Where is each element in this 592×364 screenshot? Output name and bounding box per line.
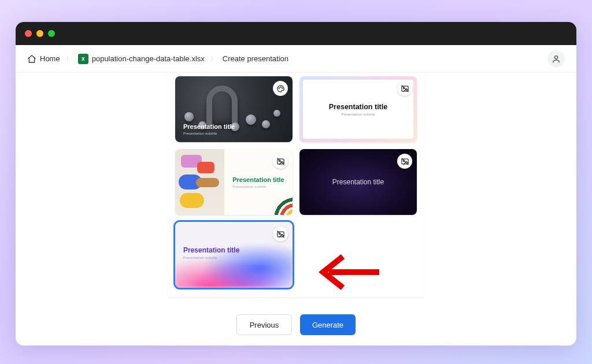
footer-actions: Previous Generate	[236, 314, 356, 335]
breadcrumb-current-label: Create presentation	[223, 54, 288, 63]
profile-button[interactable]	[547, 50, 565, 68]
no-image-icon	[397, 154, 412, 169]
previous-button-label: Previous	[250, 321, 279, 329]
window-zoom-dot[interactable]	[48, 30, 55, 37]
breadcrumb-bar: Home 〉 x population-change-data-table.xl…	[16, 45, 576, 73]
generate-button[interactable]: Generate	[300, 314, 356, 335]
palette-icon	[273, 81, 288, 96]
template-card-1[interactable]: Presentation title Presentation subtitle	[175, 76, 293, 142]
svg-point-2	[280, 87, 280, 87]
window-titlebar	[16, 22, 576, 45]
previous-button[interactable]: Previous	[236, 314, 292, 335]
home-icon	[27, 54, 36, 64]
template-subtitle: Presentation subtitle	[183, 256, 239, 259]
breadcrumb-file[interactable]: x population-change-data-table.xlsx	[78, 54, 205, 64]
chevron-right-icon: 〉	[66, 54, 72, 63]
template-title: Presentation title	[183, 246, 239, 254]
template-title: Presentation title	[332, 178, 384, 186]
chevron-right-icon: 〉	[210, 54, 217, 63]
excel-file-icon: x	[78, 54, 88, 64]
svg-point-3	[282, 87, 282, 88]
breadcrumb-home[interactable]: Home	[27, 54, 60, 64]
svg-point-0	[554, 55, 557, 58]
window-close-dot[interactable]	[25, 30, 32, 37]
template-subtitle: Presentation subtitle	[341, 113, 375, 116]
breadcrumb-current: Create presentation	[223, 54, 288, 63]
template-title: Presentation title	[329, 103, 387, 111]
template-subtitle: Presentation subtitle	[183, 132, 235, 135]
breadcrumb-home-label: Home	[40, 54, 60, 63]
no-image-icon	[273, 226, 288, 242]
template-grid: Presentation title Presentation subtitle…	[175, 76, 417, 288]
template-card-4[interactable]: Presentation title	[299, 149, 417, 215]
window-minimize-dot[interactable]	[36, 30, 43, 37]
template-subtitle: Presentation subtitle	[232, 185, 293, 188]
no-image-icon	[397, 81, 412, 96]
svg-point-1	[279, 87, 279, 88]
template-title: Presentation title	[183, 123, 235, 130]
template-card-2[interactable]: Presentation title Presentation subtitle	[299, 76, 417, 142]
template-card-5[interactable]: Presentation title Presentation subtitle	[175, 222, 293, 288]
template-card-3[interactable]: Presentation title Presentation subtitle	[175, 149, 293, 215]
app-window: Home 〉 x population-change-data-table.xl…	[16, 22, 576, 346]
breadcrumb-file-label: population-change-data-table.xlsx	[92, 54, 205, 63]
generate-button-label: Generate	[312, 321, 343, 329]
no-image-icon	[273, 154, 288, 169]
template-title: Presentation title	[232, 176, 293, 183]
content-area: Presentation title Presentation subtitle…	[16, 73, 576, 346]
template-panel: Presentation title Presentation subtitle…	[167, 73, 425, 297]
